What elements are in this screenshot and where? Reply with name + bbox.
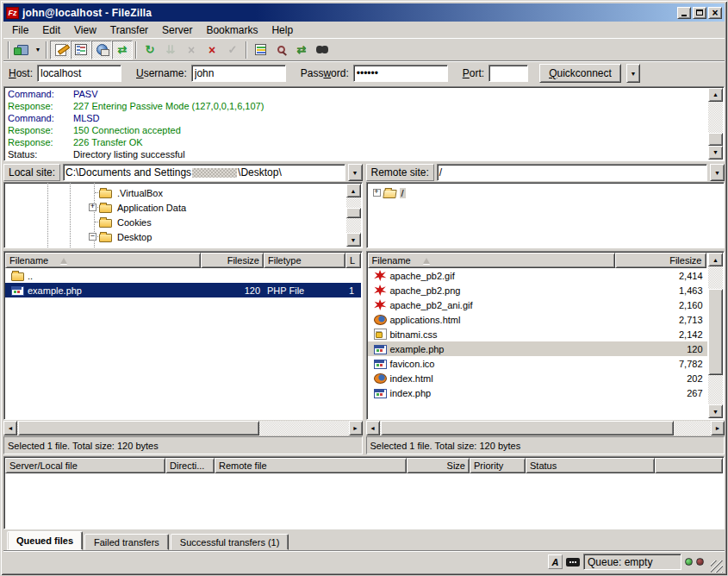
file-size: 2,713	[615, 312, 706, 327]
menu-item[interactable]: Bookmarks	[199, 22, 264, 38]
tree-expander[interactable]	[89, 203, 96, 211]
scroll-up-button[interactable]: ▲	[708, 253, 723, 266]
speedlimit-indicator-icon[interactable]	[566, 558, 580, 567]
queue-tab[interactable]: Failed transfers	[84, 534, 169, 550]
scroll-right-button[interactable]: ►	[711, 421, 725, 435]
tree-expander[interactable]	[373, 189, 381, 197]
menu-item[interactable]: Edit	[35, 22, 67, 38]
cancel-button[interactable]: ×	[181, 41, 202, 59]
maximize-button[interactable]	[693, 7, 706, 19]
column-header-remote-file[interactable]: Remote file	[215, 458, 407, 473]
site-manager-button[interactable]	[12, 41, 33, 59]
file-row[interactable]: applications.html 2,713	[368, 312, 708, 327]
remote-horizontal-scrollbar[interactable]: ◄ ►	[366, 421, 725, 435]
quickconnect-dropdown[interactable]: ▼	[626, 64, 640, 83]
column-header-filesize[interactable]: Filesize	[201, 253, 264, 268]
scroll-down-button[interactable]: ▼	[708, 404, 723, 418]
local-horizontal-scrollbar[interactable]: ◄ ►	[3, 421, 363, 435]
scroll-thumb[interactable]	[708, 133, 723, 146]
scroll-thumb[interactable]	[18, 421, 259, 435]
file-row[interactable]: index.html 202	[368, 371, 708, 385]
filter-button[interactable]	[250, 41, 271, 59]
reconnect-button[interactable]: ✓	[222, 41, 243, 59]
scroll-down-button[interactable]: ▼	[708, 146, 723, 160]
tree-item[interactable]: /	[368, 185, 724, 200]
menu-item[interactable]: Help	[264, 22, 300, 38]
file-row[interactable]: index.php 267	[368, 385, 708, 400]
toggle-local-tree-button[interactable]	[71, 41, 91, 59]
file-type-icon	[374, 299, 387, 310]
file-type	[264, 268, 345, 283]
close-button[interactable]: ×	[708, 7, 722, 19]
menu-item[interactable]: View	[67, 22, 103, 38]
column-header-filesize[interactable]: Filesize	[615, 253, 706, 268]
scroll-up-button[interactable]: ▲	[346, 184, 361, 197]
password-input[interactable]	[353, 65, 448, 82]
column-header-direction[interactable]: Directi...	[165, 458, 215, 473]
queue-tab[interactable]: Queued files	[7, 531, 83, 550]
file-row[interactable]: example.php 120	[368, 341, 708, 356]
toggle-message-log-button[interactable]	[50, 41, 71, 59]
scroll-thumb[interactable]	[346, 208, 361, 218]
username-input[interactable]	[191, 65, 286, 82]
quickconnect-button[interactable]: Quickconnect	[539, 64, 621, 83]
tree-item-label: Application Data	[115, 203, 188, 213]
file-row[interactable]: bitnami.css 2,142	[368, 327, 708, 341]
column-header-lastmodified[interactable]: L	[345, 253, 361, 268]
ascii-datatype-button[interactable]: A	[548, 554, 563, 569]
tree-expander[interactable]	[89, 233, 96, 241]
activity-led-green-icon	[685, 558, 693, 566]
process-queue-button[interactable]: ⇊	[160, 41, 181, 59]
redacted-username	[192, 168, 237, 178]
log-scrollbar[interactable]: ▲ ▼	[708, 88, 723, 160]
tree-item[interactable]: Desktop	[5, 229, 345, 244]
file-row[interactable]: apache_pb2.gif 2,414	[368, 268, 708, 283]
column-header-server-local-file[interactable]: Server/Local file	[5, 458, 165, 473]
file-row[interactable]: ..	[5, 268, 361, 283]
minimize-button[interactable]	[677, 7, 691, 19]
scroll-up-button[interactable]: ▲	[708, 88, 723, 102]
resize-grip[interactable]	[711, 560, 723, 573]
toggle-queue-button[interactable]: ⇄	[112, 41, 133, 59]
titlebar[interactable]: Fz john@localhost - FileZilla ×	[3, 3, 725, 22]
directory-comparison-button[interactable]	[271, 41, 291, 59]
remote-site-combobox[interactable]: /	[437, 164, 707, 181]
site-manager-dropdown[interactable]: ▼	[33, 41, 43, 59]
scroll-right-button[interactable]: ►	[349, 421, 363, 435]
local-site-dropdown[interactable]: ▼	[348, 164, 363, 181]
scroll-left-button[interactable]: ◄	[3, 421, 17, 435]
binoculars-icon	[316, 46, 328, 53]
host-input[interactable]	[37, 65, 121, 82]
scroll-thumb[interactable]	[708, 289, 723, 375]
scroll-left-button[interactable]: ◄	[366, 421, 380, 435]
column-header-priority[interactable]: Priority	[470, 458, 526, 473]
remote-list-scrollbar[interactable]: ▲ ▼	[708, 253, 723, 418]
local-site-combobox[interactable]: C:\Documents and Settings\Desktop\	[63, 164, 345, 181]
synchronized-browsing-button[interactable]: ⇄	[291, 41, 312, 59]
menu-item[interactable]: File	[5, 22, 35, 38]
disconnect-button[interactable]: ×	[202, 41, 222, 59]
tree-item[interactable]: .VirtualBox	[5, 185, 345, 200]
toggle-remote-tree-button[interactable]	[91, 41, 112, 59]
menu-item[interactable]: Server	[155, 22, 199, 38]
file-row[interactable]: example.php 120 PHP File 1	[5, 283, 361, 297]
remote-site-dropdown[interactable]: ▼	[710, 164, 725, 181]
column-header-status[interactable]: Status	[526, 458, 655, 473]
column-header-size[interactable]: Size	[407, 458, 470, 473]
queue-tab[interactable]: Successful transfers (1)	[171, 534, 289, 550]
find-files-button[interactable]	[312, 41, 333, 59]
local-tree-scrollbar[interactable]: ▲ ▼	[346, 184, 361, 247]
tree-item[interactable]: Application Data	[5, 200, 345, 215]
scroll-down-button[interactable]: ▼	[346, 233, 361, 247]
scroll-thumb[interactable]	[381, 421, 674, 435]
column-header-filename[interactable]: Filename	[5, 253, 201, 268]
file-row[interactable]: favicon.ico 7,782	[368, 356, 708, 371]
refresh-button[interactable]: ↻	[140, 41, 160, 59]
file-row[interactable]: apache_pb2_ani.gif 2,160	[368, 297, 708, 312]
tree-item[interactable]: Cookies	[5, 215, 345, 229]
column-header-filetype[interactable]: Filetype	[264, 253, 345, 268]
column-header-filename[interactable]: Filename	[368, 253, 615, 268]
menu-item[interactable]: Transfer	[103, 22, 155, 38]
port-input[interactable]	[488, 65, 528, 82]
file-row[interactable]: apache_pb2.png 1,463	[368, 283, 708, 297]
